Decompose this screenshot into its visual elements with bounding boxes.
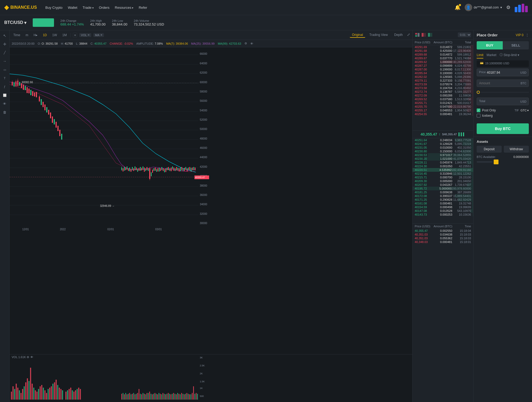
ask-row[interactable]: 40255.700.54700022,019.86790 bbox=[413, 105, 473, 108]
time-btn-1m[interactable]: 1M bbox=[61, 33, 68, 37]
ask-row[interactable]: 40287.270.0998994,024.65799 bbox=[413, 64, 473, 68]
chart-eye-icon[interactable]: 👁 bbox=[250, 42, 253, 45]
nav-wallet[interactable]: Wallet bbox=[66, 5, 80, 11]
time-btn-h[interactable]: H▸ bbox=[32, 33, 39, 37]
chart-settings-icon[interactable]: ⚙ bbox=[244, 42, 247, 45]
vol-eye-icon[interactable]: 👁 bbox=[30, 355, 33, 359]
bid-row[interactable]: 40195.725.000000200,978.60000 bbox=[413, 187, 473, 190]
text-tool[interactable]: T bbox=[2, 75, 8, 81]
ask-row[interactable]: 40287.000.1990008,017.11300 bbox=[413, 68, 473, 71]
ask-row[interactable]: 40255.710.012421500.01617 bbox=[413, 101, 473, 105]
ask-row[interactable]: 40289.680.014872599.18812 bbox=[413, 53, 473, 56]
recent-trade[interactable]: 40,355.47 0.002550 15:18:04 bbox=[413, 229, 473, 233]
tab-limit[interactable]: Limit bbox=[477, 52, 483, 58]
pair-selector[interactable]: BTC/USD ▾ bbox=[4, 20, 26, 25]
vol-remove[interactable]: ✕ bbox=[88, 34, 90, 36]
settings-icon[interactable]: ⚙ bbox=[506, 5, 510, 10]
bid-row[interactable]: 40230.530.97101739,064.52855 bbox=[413, 153, 473, 157]
ask-row[interactable]: 40289.621.00000040,289.62000 bbox=[413, 60, 473, 64]
stop-limit-dropdown[interactable]: ▾ bbox=[518, 53, 519, 57]
user-info[interactable]: 👤 de***@gmail.com ▾ bbox=[465, 4, 502, 11]
ob-view-buy[interactable] bbox=[427, 33, 433, 37]
vip-badge[interactable]: VIP 0 bbox=[516, 33, 523, 37]
po-more-options[interactable]: ⋮ bbox=[526, 33, 529, 37]
time-btn-1w[interactable]: 1W bbox=[51, 33, 59, 37]
ask-row[interactable]: 40291.690.014872599.21801 bbox=[413, 45, 473, 49]
amount-input[interactable] bbox=[479, 81, 521, 85]
chart-type-button[interactable]: ≡ bbox=[73, 33, 77, 37]
ask-row[interactable]: 40282.020.1265655,098.29386 bbox=[413, 75, 473, 79]
nav-resources[interactable]: Resources bbox=[113, 5, 136, 11]
sell-tab[interactable]: SELL bbox=[503, 41, 529, 49]
bid-row[interactable]: 40207.920.0432671,739.67607 bbox=[413, 183, 473, 187]
bid-row[interactable]: 40230.201.02100041,075.03420 bbox=[413, 157, 473, 161]
ask-row[interactable]: 40255.170.0485531,954.50927 bbox=[413, 108, 473, 112]
bid-row[interactable]: 40181.250.009638387.26689 bbox=[413, 190, 473, 194]
slider-track[interactable] bbox=[481, 92, 529, 93]
cursor-tool[interactable]: ↖ bbox=[2, 32, 8, 39]
bid-row[interactable]: 40231.050.010000402.31050 bbox=[413, 146, 473, 149]
shape-tool[interactable]: ▭ bbox=[2, 66, 8, 73]
nav-refer[interactable]: Refer bbox=[136, 5, 149, 11]
ask-row[interactable]: 40272.740.1387875,589.33277 bbox=[413, 90, 473, 94]
buy-tab[interactable]: BUY bbox=[477, 41, 503, 49]
delete-tool[interactable]: 🗑 bbox=[2, 109, 8, 115]
measure-tool[interactable]: ⬜ bbox=[2, 92, 8, 98]
vol-indicator[interactable]: VOL ✕ bbox=[79, 33, 91, 37]
ask-row[interactable]: 40269.520.0375801,513.32856 bbox=[413, 97, 473, 101]
bid-row[interactable]: 40209.300.005000201.04650 bbox=[413, 179, 473, 183]
price-input[interactable] bbox=[487, 71, 520, 74]
nav-trade[interactable]: Trade bbox=[81, 5, 96, 11]
bid-row[interactable]: 40154.590.00049819.99699 bbox=[413, 205, 473, 209]
crosshair-tool[interactable]: ✛ bbox=[2, 41, 8, 47]
ob-view-all[interactable] bbox=[415, 33, 420, 37]
buy-btc-button[interactable]: Buy BTC bbox=[477, 123, 529, 134]
indicator-tool[interactable]: ƒ bbox=[2, 83, 8, 90]
bid-row[interactable]: 40228.110.0459741,849.44713 bbox=[413, 161, 473, 164]
bid-row[interactable]: 40143.730.00025310.15636 bbox=[413, 213, 473, 216]
bid-row[interactable]: 40241.670.1266285,095.72219 bbox=[413, 142, 473, 146]
tif-dropdown[interactable]: ▾ bbox=[527, 109, 529, 112]
notification-bell[interactable]: 🔔 bbox=[455, 5, 460, 10]
tif-value[interactable]: GTC ▾ bbox=[521, 109, 529, 112]
amount-input-row[interactable]: BTC bbox=[477, 79, 529, 87]
bid-row[interactable]: 40216.450.31084612,501.12262 bbox=[413, 172, 473, 175]
time-btn-m[interactable]: m bbox=[24, 33, 30, 37]
nav-orders[interactable]: Orders bbox=[97, 5, 112, 11]
nav-buy-crypto[interactable]: Buy Crypto bbox=[43, 5, 65, 11]
expand-icon[interactable]: ⤢ bbox=[407, 32, 410, 38]
recent-trade[interactable]: 40,351.03 0.034638 15:18:03 bbox=[413, 233, 473, 236]
price-input-row[interactable]: Price USD bbox=[477, 69, 529, 76]
ask-row[interactable]: 40285.640.1000004,028.56400 bbox=[413, 71, 473, 75]
tab-market[interactable]: Market bbox=[487, 52, 496, 58]
bid-row[interactable]: 40172.080.39553715,889.54401 bbox=[413, 194, 473, 198]
ask-row[interactable]: 40291.680.42500017,123.96400 bbox=[413, 49, 473, 53]
bid-row[interactable]: 40171.250.29082811,682.92429 bbox=[413, 198, 473, 202]
ask-row[interactable]: 40254.550.00048119.36244 bbox=[413, 112, 473, 116]
slider-handle[interactable] bbox=[477, 91, 480, 94]
view-tab-depth[interactable]: Depth bbox=[392, 32, 405, 38]
post-only-checkbox[interactable]: ✓ bbox=[477, 108, 480, 112]
bid-row[interactable]: 40251.640.2480349,983.77528 bbox=[413, 138, 473, 142]
total-input-row[interactable]: Total USD bbox=[477, 98, 529, 105]
bid-row[interactable]: 40215.710.00070028.15100 bbox=[413, 175, 473, 179]
ma-indicator[interactable]: MA ✕ bbox=[93, 33, 104, 37]
ask-row[interactable]: 40273.590.0795743,204.73065 bbox=[413, 82, 473, 86]
deposit-button[interactable]: Deposit bbox=[477, 146, 502, 153]
bid-row[interactable]: 40224.300.00105042.23551 bbox=[413, 164, 473, 168]
total-input[interactable] bbox=[486, 100, 520, 103]
bid-row[interactable]: 40147.080.013528543.10970 bbox=[413, 209, 473, 213]
time-btn-1d[interactable]: 1D bbox=[41, 33, 48, 37]
logo[interactable]: ◆ BINANCE.US bbox=[4, 4, 37, 11]
bid-row[interactable]: 40230.800.1500006,034.62000 bbox=[413, 149, 473, 153]
ask-row[interactable]: 40289.670.0377701,521.74084 bbox=[413, 56, 473, 60]
decimal-selector[interactable]: 0.01 0.1 1 bbox=[458, 32, 471, 37]
vol-settings-icon[interactable]: ⚙ bbox=[27, 355, 29, 359]
view-tab-original[interactable]: Original bbox=[350, 32, 365, 38]
recent-trade[interactable]: 40,348.03 0.000481 15:18:01 bbox=[413, 240, 473, 244]
ask-row[interactable]: 40279.110.2273339,156.77091 bbox=[413, 79, 473, 82]
time-btn-time[interactable]: Time bbox=[12, 33, 22, 37]
tab-stop-limit[interactable]: ⓘ Stop-limit ▾ bbox=[500, 52, 519, 59]
line-tool[interactable]: ╱ bbox=[2, 49, 8, 56]
view-tab-tradingview[interactable]: Trading View bbox=[367, 32, 390, 38]
